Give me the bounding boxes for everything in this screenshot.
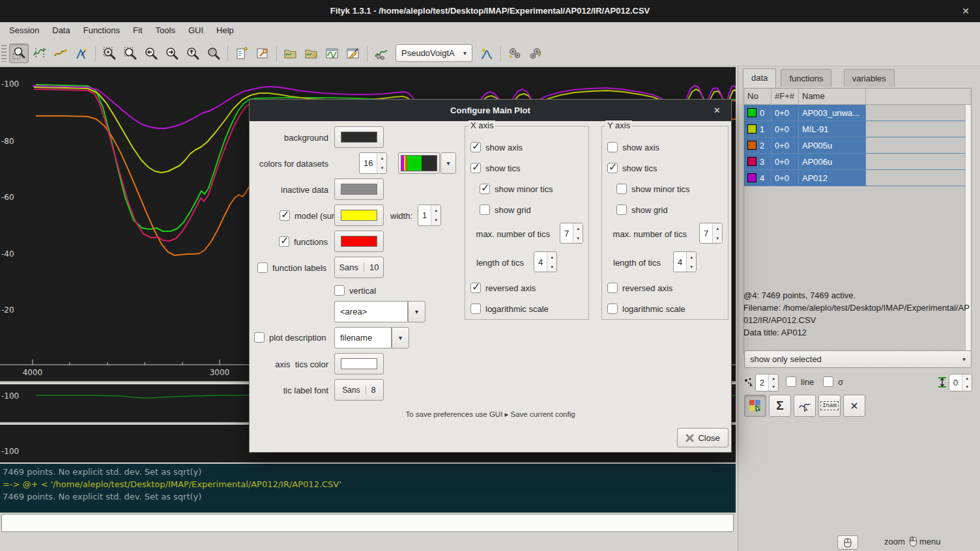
dataset-count-spinner[interactable]: 16 ▲▼: [359, 152, 387, 174]
table-row[interactable]: 10+0MIL-91: [744, 121, 971, 137]
spin-up-icon[interactable]: ▲: [431, 205, 440, 216]
label-format-combobox[interactable]: <area>: [334, 301, 408, 322]
sum-button[interactable]: Σ: [769, 395, 791, 417]
data-editor-button[interactable]: [343, 44, 363, 63]
toolbar-grip[interactable]: [1, 45, 7, 62]
zoom-left-button[interactable]: [141, 44, 161, 63]
shift-spinner[interactable]: 0 ▲▼: [949, 374, 972, 391]
column-header-f[interactable]: #F+#: [771, 89, 799, 104]
data-table-button[interactable]: [323, 44, 342, 63]
spin-down-icon[interactable]: ▼: [431, 216, 440, 226]
dataset-colors-button[interactable]: [744, 395, 766, 417]
x-show-grid-checkbox[interactable]: [480, 205, 490, 215]
column-header-no[interactable]: No: [744, 89, 771, 104]
dataset-color-swatch[interactable]: [747, 141, 757, 150]
width-spinner[interactable]: 1 ▲▼: [418, 205, 441, 226]
axis-tics-color-button[interactable]: [334, 353, 384, 374]
peak-type-combobox[interactable]: PseudoVoigtA ▾: [396, 44, 472, 62]
menu-session[interactable]: Session: [3, 22, 46, 38]
x-show-axis-checkbox[interactable]: [470, 142, 481, 152]
y-logarithmic-scale-checkbox[interactable]: [607, 304, 618, 314]
dialog-close-icon[interactable]: ✕: [711, 100, 723, 121]
y-show-minor-tics-checkbox[interactable]: [616, 184, 627, 194]
zoom-all-button[interactable]: [100, 44, 119, 63]
menu-data[interactable]: Data: [46, 22, 76, 38]
spin-up-icon[interactable]: ▲: [377, 153, 386, 163]
point-size-spinner[interactable]: 2 ▲▼: [755, 374, 779, 391]
spin-up-icon[interactable]: ▲: [713, 223, 722, 233]
x-max-tics-spinner[interactable]: 7▲▼: [560, 223, 583, 244]
y-show-tics-checkbox[interactable]: [607, 163, 618, 173]
line-checkbox[interactable]: [786, 376, 796, 387]
command-input[interactable]: [1, 514, 734, 532]
dataset-color-swatch[interactable]: [747, 108, 757, 117]
spin-down-icon[interactable]: ▼: [962, 383, 972, 391]
x-show-minor-tics-checkbox[interactable]: [480, 184, 490, 194]
background-color-button[interactable]: [334, 126, 384, 148]
inactive-data-color-button[interactable]: [334, 178, 384, 200]
model-color-button[interactable]: [334, 205, 384, 226]
spin-down-icon[interactable]: ▼: [769, 383, 778, 391]
tic-font-button[interactable]: Sans 8: [334, 379, 384, 401]
rename-button[interactable]: Inam: [818, 395, 841, 417]
edit-transform-button[interactable]: [794, 395, 816, 417]
close-button[interactable]: Close: [677, 428, 728, 447]
spin-up-icon[interactable]: ▲: [769, 374, 778, 383]
y-show-grid-checkbox[interactable]: [616, 205, 627, 215]
auto-add-peak-button[interactable]: [477, 44, 497, 63]
open-data-custom-button[interactable]: [302, 44, 321, 63]
functions-checkbox[interactable]: [279, 236, 289, 247]
plot-description-arrow-button[interactable]: ▾: [392, 327, 409, 348]
y-length-tics-spinner[interactable]: 4▲▼: [673, 251, 697, 272]
menu-fit[interactable]: Fit: [126, 22, 149, 38]
delete-dataset-button[interactable]: ✕: [843, 395, 865, 417]
x-reversed-axis-checkbox[interactable]: [470, 283, 481, 293]
y-reversed-axis-checkbox[interactable]: [607, 283, 618, 293]
y-max-tics-spinner[interactable]: 7▲▼: [699, 223, 723, 244]
show-filter-dropdown[interactable]: show only selected ▾: [744, 350, 972, 368]
spin-up-icon[interactable]: ▲: [962, 374, 972, 383]
label-format-arrow-button[interactable]: ▾: [408, 301, 425, 322]
zoom-right-button[interactable]: [162, 44, 182, 63]
spin-down-icon[interactable]: ▼: [573, 233, 583, 243]
function-definition-button[interactable]: [371, 44, 391, 63]
baseline-mode-button[interactable]: [51, 44, 70, 63]
spin-up-icon[interactable]: ▲: [573, 223, 583, 233]
script-editor-button[interactable]: [232, 44, 252, 63]
spin-up-icon[interactable]: ▲: [547, 252, 556, 262]
label-font-button[interactable]: Sans 10: [334, 257, 384, 278]
palette-preview-button[interactable]: [398, 152, 440, 174]
function-labels-checkbox[interactable]: [257, 262, 268, 273]
menu-help[interactable]: Help: [210, 22, 240, 38]
table-row[interactable]: 40+0AP012: [744, 170, 971, 186]
fit-run-button[interactable]: [505, 44, 525, 63]
tab-variables[interactable]: variables: [844, 69, 895, 87]
peak-draw-mode-button[interactable]: [72, 44, 91, 63]
previous-zoom-button[interactable]: [204, 44, 223, 63]
table-row[interactable]: 20+0AP005u: [744, 137, 971, 154]
data-range-mode-button[interactable]: [30, 44, 50, 63]
window-close-icon[interactable]: ✕: [958, 0, 973, 22]
tab-data[interactable]: data: [743, 68, 776, 88]
settings-button[interactable]: [253, 44, 272, 63]
zoom-vertical-button[interactable]: [121, 44, 140, 63]
menu-tools[interactable]: Tools: [149, 22, 182, 38]
model-sum-checkbox[interactable]: [280, 210, 290, 221]
plot-description-combobox[interactable]: filename: [334, 327, 392, 348]
plot-description-checkbox[interactable]: [254, 332, 265, 343]
spin-down-icon[interactable]: ▼: [377, 163, 386, 174]
dataset-color-swatch[interactable]: [747, 124, 757, 134]
table-row[interactable]: 00+0AP003_unwa...: [744, 105, 971, 121]
spin-up-icon[interactable]: ▲: [687, 252, 696, 262]
mouse-config-button[interactable]: [837, 535, 858, 550]
palette-dropdown-button[interactable]: ▾: [440, 152, 456, 174]
x-show-tics-checkbox[interactable]: [470, 163, 481, 173]
x-logarithmic-scale-checkbox[interactable]: [470, 304, 481, 314]
zoom-up-button[interactable]: [183, 44, 203, 63]
table-row[interactable]: 30+0AP006u: [744, 154, 971, 170]
spin-down-icon[interactable]: ▼: [687, 262, 696, 272]
menu-functions[interactable]: Functions: [77, 22, 126, 38]
fit-continue-button[interactable]: [526, 44, 545, 63]
functions-color-button[interactable]: [334, 231, 384, 252]
dataset-color-swatch[interactable]: [747, 157, 757, 166]
